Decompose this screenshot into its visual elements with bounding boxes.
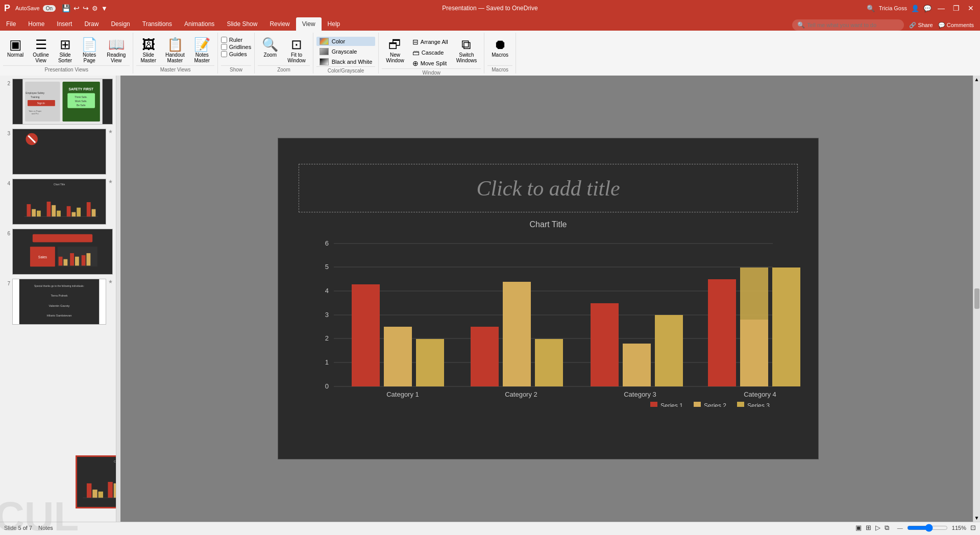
zoom-level: 115% (952, 525, 966, 531)
gridlines-checkbox[interactable] (221, 44, 227, 50)
ribbon-content: ▣ Normal ☰ OutlineView ⊞ SlideSorter 📄 N… (0, 31, 980, 76)
reading-view-btn[interactable]: ▷ (875, 524, 880, 531)
autosave-label: AutoSave (15, 5, 40, 11)
macros-label: Macros (492, 52, 508, 58)
tab-animations[interactable]: Animations (178, 17, 220, 31)
slide-thumb-6[interactable]: 6 Sales (2, 228, 114, 276)
customize-icon[interactable]: ▼ (101, 5, 108, 12)
gridlines-checkbox-row[interactable]: Gridlines (221, 44, 251, 50)
comments-icon[interactable]: 💬 (923, 5, 932, 12)
btn-slide-sorter[interactable]: ⊞ SlideSorter (54, 36, 76, 65)
tab-draw[interactable]: Draw (78, 17, 105, 31)
share-btn[interactable]: 🔗 Share (909, 22, 933, 29)
ruler-checkbox[interactable] (221, 37, 227, 43)
app-logo-icon: P (4, 3, 10, 14)
slide-thumb-4[interactable]: 4 Chart Title (2, 178, 114, 226)
search-titlebar-icon[interactable]: 🔍 (867, 5, 875, 12)
slide-sorter-btn[interactable]: ⊞ (866, 524, 871, 531)
slide-thumb-7[interactable]: 7 Special thanks go to the following ind… (2, 278, 114, 326)
svg-rect-95 (694, 402, 701, 407)
btn-notes-master[interactable]: 📝 NotesMaster (190, 36, 214, 65)
bottom-notes-btn[interactable]: Notes (38, 525, 53, 531)
right-scrollbar[interactable]: ▲ ▼ (973, 76, 980, 522)
zoom-label-bottom: — (897, 525, 903, 531)
btn-color[interactable]: Color (316, 37, 375, 46)
btn-notes-page[interactable]: 📄 NotesPage (77, 36, 102, 65)
btn-fit-to-window[interactable]: ⊡ Fit toWindow (283, 36, 310, 65)
bottom-bar-right: ▣ ⊞ ▷ ⧉ — 115% ⊡ (855, 524, 976, 532)
btn-cascade[interactable]: 🗃 Cascade (409, 47, 451, 58)
btn-switch-windows[interactable]: ⧉ SwitchWindows (452, 36, 481, 65)
ruler-checkbox-row[interactable]: Ruler (221, 37, 251, 43)
svg-text:Series 2: Series 2 (704, 402, 726, 407)
fit-slide-btn[interactable]: ⊡ (970, 524, 976, 531)
slide-img-6[interactable]: Sales (12, 229, 113, 275)
svg-text:5: 5 (325, 263, 329, 271)
tab-design[interactable]: Design (105, 17, 136, 31)
slide-img-2[interactable]: SAFETY FIRST Think Safe. Work Safe. Be S… (12, 79, 113, 125)
left-scroll[interactable] (116, 76, 120, 522)
slideshow-btn[interactable]: ⧉ (885, 524, 889, 532)
tab-file[interactable]: File (0, 17, 22, 31)
normal-view-btn[interactable]: ▣ (855, 524, 862, 531)
slide-thumb-3[interactable]: 3 ★ (2, 128, 114, 176)
tab-slideshow[interactable]: Slide Show (220, 17, 263, 31)
btn-outline-view[interactable]: ☰ OutlineView (29, 36, 53, 65)
svg-rect-20 (32, 209, 36, 217)
tab-review[interactable]: Review (263, 17, 296, 31)
share-icon[interactable]: 👤 (911, 5, 919, 12)
btn-slide-master[interactable]: 🖼 SlideMaster (136, 36, 160, 65)
svg-text:Sales: Sales (38, 255, 47, 259)
tab-insert[interactable]: Insert (51, 17, 78, 31)
scroll-down-btn[interactable]: ▼ (974, 515, 979, 521)
close-btn[interactable]: ✕ (966, 4, 976, 12)
slide-img-3[interactable] (12, 129, 106, 175)
slide-5-large-thumb[interactable]: Chart Title (76, 455, 116, 508)
slide-thumb-2[interactable]: 2 SAFETY FIRST Think Safe. Work Safe. Be… (2, 78, 114, 126)
restore-btn[interactable]: ❐ (951, 4, 962, 12)
btn-new-window[interactable]: 🗗 NewWindow (382, 36, 408, 65)
slide-img-7[interactable]: Special thanks go to the following indiv… (12, 279, 106, 325)
slide-sorter-label: SlideSorter (58, 52, 72, 63)
redo-icon[interactable]: ↪ (83, 4, 89, 12)
zoom-slider[interactable] (907, 524, 948, 532)
btn-black-white[interactable]: Black and White (316, 57, 375, 66)
guides-checkbox[interactable] (221, 51, 227, 57)
new-window-icon: 🗗 (388, 38, 402, 51)
btn-grayscale[interactable]: Grayscale (316, 47, 375, 56)
svg-text:Be Safe: Be Safe (77, 104, 86, 107)
tab-help[interactable]: Help (322, 17, 347, 31)
title-bar-right: 🔍 Tricia Goss 👤 💬 — ❐ ✕ (867, 4, 976, 12)
tab-home[interactable]: Home (22, 17, 51, 31)
btn-macros[interactable]: ⏺ Macros (487, 36, 512, 60)
scroll-thumb[interactable] (974, 288, 979, 309)
move-split-label: Move Split (421, 60, 447, 66)
undo-icon[interactable]: ↩ (74, 4, 80, 12)
slide-img-4[interactable]: Chart Title (12, 179, 106, 225)
svg-text:Chart Title: Chart Title (54, 183, 65, 186)
svg-rect-23 (52, 205, 56, 216)
outline-icon: ☰ (35, 38, 47, 51)
ribbon-search-input[interactable] (807, 22, 899, 28)
svg-rect-25 (67, 206, 71, 217)
title-placeholder[interactable]: Click to add title (299, 164, 798, 212)
autosave-toggle[interactable]: On (43, 5, 56, 12)
scroll-up-btn[interactable]: ▲ (974, 77, 979, 82)
btn-move-split[interactable]: ⊕ Move Split (409, 58, 451, 68)
tab-transitions[interactable]: Transitions (136, 17, 178, 31)
notes-page-icon: 📄 (81, 38, 97, 51)
svg-text:Training: Training (31, 96, 40, 99)
btn-arrange-all[interactable]: ⊟ Arrange All (409, 37, 451, 47)
tab-view[interactable]: View (296, 17, 322, 31)
extra-tools-icon[interactable]: ⚙ (92, 5, 98, 12)
btn-normal[interactable]: ▣ Normal (3, 36, 28, 60)
btn-zoom[interactable]: 🔍 Zoom (258, 36, 282, 60)
guides-checkbox-row[interactable]: Guides (221, 51, 251, 57)
svg-rect-39 (82, 255, 86, 266)
comments-btn-header[interactable]: 💬 Comments (938, 22, 974, 29)
btn-reading-view[interactable]: 📖 ReadingView (103, 36, 130, 65)
minimize-btn[interactable]: — (936, 4, 947, 12)
quick-save-icon[interactable]: 💾 (62, 4, 70, 12)
btn-handout-master[interactable]: 📋 HandoutMaster (161, 36, 189, 65)
handout-master-label: HandoutMaster (165, 52, 185, 63)
